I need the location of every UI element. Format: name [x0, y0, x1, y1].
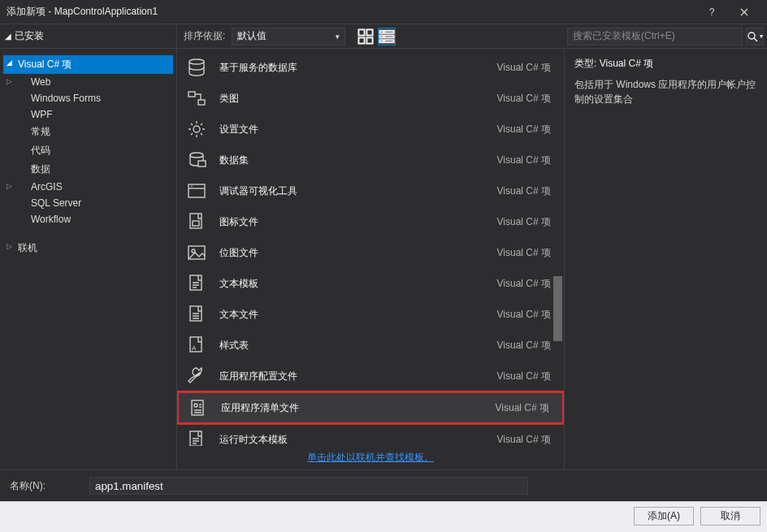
tree-item[interactable]: WPF — [3, 106, 173, 123]
detail-pane: 类型: Visual C# 项 包括用于 Windows 应用程序的用户帐户控制… — [564, 49, 767, 469]
svg-rect-12 — [188, 92, 195, 97]
template-row[interactable]: 应用程序配置文件Visual C# 项 — [177, 361, 564, 391]
svg-rect-9 — [384, 40, 393, 42]
template-list-pane: 基于服务的数据库Visual C# 项类图Visual C# 项设置文件Visu… — [177, 49, 564, 469]
svg-point-22 — [192, 249, 195, 253]
template-language: Visual C# 项 — [497, 123, 557, 136]
search-button[interactable]: ▾ — [746, 28, 764, 45]
svg-point-14 — [193, 126, 200, 132]
category-tree: ◢Visual C# 项▷WebWindows FormsWPF常规代码数据▷A… — [0, 49, 177, 469]
search-area: 搜索已安装模板(Ctrl+E) ▾ — [564, 24, 767, 48]
template-language: Visual C# 项 — [496, 401, 556, 415]
tree-item-label: SQL Server — [31, 197, 81, 209]
template-language: Visual C# 项 — [497, 277, 557, 291]
tree-item-label: WPF — [31, 109, 53, 120]
name-input[interactable] — [89, 477, 528, 495]
template-name: 基于服务的数据库 — [219, 61, 488, 75]
tree-item[interactable]: Windows Forms — [3, 90, 173, 106]
template-name: 文本文件 — [219, 308, 488, 322]
tree-item[interactable]: SQL Server — [3, 195, 173, 211]
tree-item-label: 联机 — [18, 242, 37, 253]
sort-by-dropdown[interactable]: 默认值 ▾ — [232, 28, 345, 45]
template-language: Visual C# 项 — [497, 308, 557, 322]
svg-point-10 — [748, 32, 755, 39]
expand-icon: ▷ — [6, 182, 12, 190]
template-row[interactable]: 文本模板Visual C# 项 — [177, 268, 564, 299]
template-row[interactable]: 应用程序清单文件Visual C# 项 — [177, 391, 564, 424]
tree-item[interactable]: ◢Visual C# 项 — [3, 55, 173, 74]
tree-item[interactable]: ▷Web — [3, 74, 173, 90]
expand-icon: ▷ — [6, 242, 12, 250]
window-title: 添加新项 - MapControlApplication1 — [6, 5, 696, 19]
sort-by-value: 默认值 — [237, 29, 266, 43]
template-name: 类图 — [219, 92, 488, 106]
help-button[interactable]: ? — [696, 0, 728, 24]
svg-rect-3 — [367, 37, 373, 43]
scrollbar-thumb[interactable] — [553, 276, 562, 341]
window-icon — [184, 178, 210, 204]
template-language: Visual C# 项 — [497, 246, 557, 260]
detail-type: 类型: Visual C# 项 — [574, 57, 757, 71]
expand-icon: ◢ — [6, 58, 12, 67]
find-online-link[interactable]: 单击此处以联机并查找模板。 — [307, 452, 434, 463]
scrollbar[interactable] — [552, 97, 564, 413]
svg-rect-8 — [380, 40, 384, 42]
add-button[interactable]: 添加(A) — [634, 507, 694, 526]
online-link-row: 单击此处以联机并查找模板。 — [177, 446, 564, 469]
template-row[interactable]: A样式表Visual C# 项 — [177, 330, 564, 361]
icon-file-icon — [184, 209, 210, 235]
template-language: Visual C# 项 — [497, 215, 557, 229]
chevron-down-icon: ◢ — [5, 32, 11, 41]
chevron-down-icon: ▾ — [760, 32, 763, 40]
tree-item[interactable]: Workflow — [3, 211, 173, 227]
svg-rect-17 — [188, 184, 205, 197]
tree-item[interactable]: 代码 — [3, 141, 173, 160]
svg-rect-13 — [198, 100, 205, 105]
dataset-icon — [184, 147, 210, 173]
database-icon — [184, 54, 210, 80]
svg-point-18 — [191, 186, 193, 188]
template-name: 设置文件 — [219, 123, 488, 136]
installed-tab[interactable]: ◢ 已安装 — [0, 24, 177, 48]
tree-item[interactable]: ▷联机 — [3, 239, 173, 257]
template-row[interactable]: 文本文件Visual C# 项 — [177, 299, 564, 330]
expand-icon: ▷ — [6, 77, 12, 85]
template-row[interactable]: 基于服务的数据库Visual C# 项 — [177, 52, 564, 83]
view-list-button[interactable] — [378, 28, 396, 45]
image-icon — [184, 240, 210, 266]
svg-point-11 — [189, 59, 204, 64]
text-file-icon — [184, 301, 210, 327]
tree-item-label: 数据 — [31, 163, 50, 175]
tree-item[interactable]: 数据 — [3, 160, 173, 179]
stylesheet-icon: A — [184, 332, 210, 358]
view-large-icons-button[interactable] — [357, 28, 375, 45]
template-name: 数据集 — [219, 154, 488, 167]
tree-item[interactable]: 常规 — [3, 123, 173, 141]
text-template-icon — [184, 426, 210, 446]
tree-item-label: Windows Forms — [31, 93, 101, 104]
tree-item[interactable]: ▷ArcGIS — [3, 179, 173, 195]
template-row[interactable]: 类图Visual C# 项 — [177, 83, 564, 114]
sort-by-label: 排序依据: — [184, 29, 225, 43]
name-row: 名称(N): — [0, 469, 767, 501]
svg-point-15 — [190, 153, 203, 158]
grid-icon — [358, 28, 374, 45]
close-button[interactable] — [728, 0, 760, 24]
template-language: Visual C# 项 — [497, 92, 557, 106]
text-template-icon — [184, 270, 210, 296]
list-icon — [379, 28, 395, 45]
gear-icon — [184, 116, 210, 142]
template-row[interactable]: 图标文件Visual C# 项 — [177, 206, 564, 237]
template-row[interactable]: 调试器可视化工具Visual C# 项 — [177, 175, 564, 206]
name-label: 名称(N): — [10, 479, 75, 493]
search-input[interactable]: 搜索已安装模板(Ctrl+E) — [567, 28, 743, 45]
template-list[interactable]: 基于服务的数据库Visual C# 项类图Visual C# 项设置文件Visu… — [177, 49, 564, 446]
template-row[interactable]: 运行时文本模板Visual C# 项 — [177, 424, 564, 446]
template-row[interactable]: 设置文件Visual C# 项 — [177, 114, 564, 145]
template-row[interactable]: 位图文件Visual C# 项 — [177, 237, 564, 268]
template-name: 应用程序配置文件 — [219, 370, 488, 383]
tree-item-label: 常规 — [31, 126, 50, 137]
template-row[interactable]: 数据集Visual C# 项 — [177, 145, 564, 175]
cancel-button[interactable]: 取消 — [700, 507, 760, 526]
template-name: 文本模板 — [219, 277, 488, 291]
